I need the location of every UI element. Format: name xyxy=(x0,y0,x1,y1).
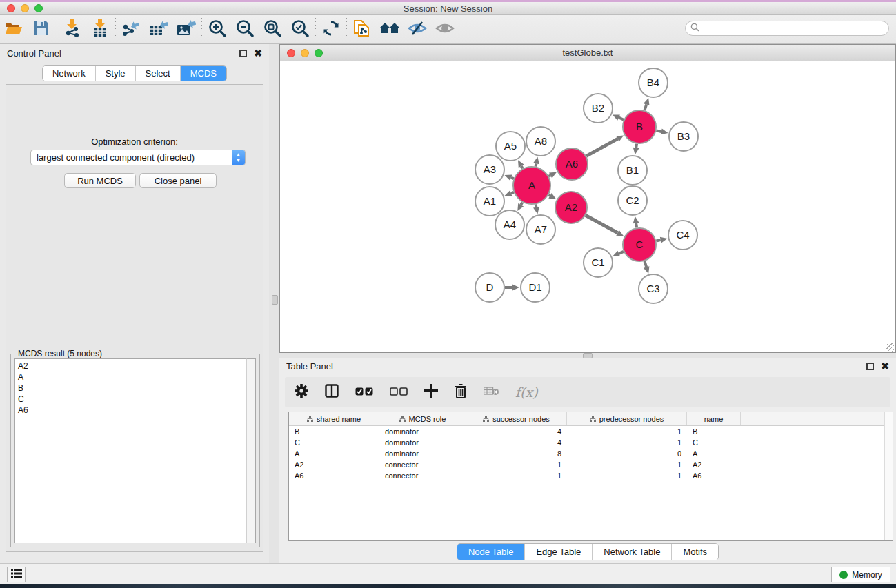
edge-A-A4[interactable] xyxy=(521,202,522,205)
table-row[interactable]: A2connector11A2 xyxy=(289,459,893,470)
search-field[interactable] xyxy=(685,21,889,36)
table-row[interactable]: Adominator80A xyxy=(289,448,893,459)
duplicate-network-button[interactable] xyxy=(348,17,376,42)
cell-successor-nodes: 8 xyxy=(466,449,567,458)
edge-C-C4[interactable] xyxy=(656,240,660,241)
toolbar-separator xyxy=(315,18,316,41)
close-panel-icon[interactable]: ✖ xyxy=(254,50,262,57)
table-scrollbar[interactable] xyxy=(884,412,893,540)
edge-C-C2[interactable] xyxy=(636,223,637,228)
float-panel-button[interactable] xyxy=(239,50,247,57)
window-resize-grip[interactable] xyxy=(886,343,895,352)
network-canvas[interactable]: AA1A2A3A4A5A6A7A8BB1B2B3B4CC1C2C3C4DD1 xyxy=(280,61,895,352)
tab-network[interactable]: Network xyxy=(43,66,96,81)
deselect-all-checks-button[interactable] xyxy=(390,386,408,398)
export-image-button[interactable] xyxy=(172,17,200,42)
edge-A-A5[interactable] xyxy=(521,166,523,168)
delete-table-button[interactable] xyxy=(484,386,499,398)
column-header-cell[interactable]: shared name xyxy=(289,412,379,425)
criterion-dropdown[interactable]: largest connected component (directed) ▲… xyxy=(30,150,246,165)
column-header-cell[interactable]: MCDS role xyxy=(379,412,466,425)
mcds-result-item[interactable]: A2 xyxy=(18,361,245,372)
node-label-B3: B3 xyxy=(677,130,690,142)
column-header-cell[interactable]: name xyxy=(687,412,741,425)
mcds-result-item[interactable]: A6 xyxy=(18,405,245,416)
task-history-button[interactable] xyxy=(7,567,26,582)
open-file-button[interactable] xyxy=(0,17,28,42)
column-header-cell[interactable]: successor nodes xyxy=(466,412,567,425)
add-column-button[interactable] xyxy=(424,384,438,401)
run-mcds-button[interactable]: Run MCDS xyxy=(64,173,136,188)
tab-style[interactable]: Style xyxy=(96,66,136,81)
edge-A6-B[interactable] xyxy=(586,139,617,156)
tab-select[interactable]: Select xyxy=(136,66,181,81)
edge-A-A1[interactable] xyxy=(511,192,514,193)
mcds-list-scrollbar[interactable] xyxy=(246,358,256,543)
cell-shared-name: A xyxy=(289,449,379,458)
import-network-icon xyxy=(64,19,81,40)
function-builder-button[interactable]: f(x) xyxy=(515,385,538,400)
close-table-panel-icon[interactable]: ✖ xyxy=(881,363,889,370)
node-label-A7: A7 xyxy=(535,223,547,235)
edge-A-A7[interactable] xyxy=(536,204,537,207)
mcds-result-item[interactable]: B xyxy=(18,383,245,394)
vertical-splitter-grip[interactable] xyxy=(272,295,278,305)
zoom-out-button[interactable] xyxy=(231,17,259,42)
export-table-button[interactable] xyxy=(145,17,172,42)
birds-eye-icon xyxy=(435,21,455,38)
tab-mcds[interactable]: MCDS xyxy=(181,66,226,81)
edge-A-A2[interactable] xyxy=(548,195,550,196)
home-button[interactable] xyxy=(376,17,404,42)
import-table-button[interactable] xyxy=(86,17,114,42)
table-row[interactable]: Bdominator41B xyxy=(289,426,893,437)
select-all-checks-button[interactable] xyxy=(355,386,373,398)
edge-C-C1[interactable] xyxy=(619,252,624,254)
node-table[interactable]: shared nameMCDS rolesuccessor nodesprede… xyxy=(288,412,893,541)
search-input[interactable] xyxy=(702,23,888,33)
export-network-button[interactable] xyxy=(117,17,145,42)
node-label-C3: C3 xyxy=(646,283,659,294)
edge-A-A3[interactable] xyxy=(511,178,514,179)
refresh-layout-button[interactable] xyxy=(317,17,345,42)
zoom-in-button[interactable] xyxy=(203,17,231,42)
table-row[interactable]: Cdominator41C xyxy=(289,437,893,448)
cell-predecessor-nodes: 1 xyxy=(567,460,687,469)
table-tab-motifs[interactable]: Motifs xyxy=(672,544,718,560)
edge-B-B2[interactable] xyxy=(619,118,624,120)
checked-boxes-icon xyxy=(355,386,373,398)
hide-details-button[interactable] xyxy=(404,17,431,42)
main-titlebar[interactable]: Session: New Session xyxy=(0,2,896,15)
cell-successor-nodes: 1 xyxy=(466,472,567,480)
criterion-value: largest connected component (directed) xyxy=(31,152,232,163)
edge-A-A6[interactable] xyxy=(549,175,550,176)
mcds-result-item[interactable]: C xyxy=(18,394,245,405)
delete-column-button[interactable] xyxy=(455,384,467,401)
mcds-result-item[interactable]: A xyxy=(18,372,245,383)
duplicate-network-icon xyxy=(353,19,371,41)
birds-eye-view-button[interactable] xyxy=(431,17,459,42)
table-tab-edge-table[interactable]: Edge Table xyxy=(525,544,593,560)
import-network-button[interactable] xyxy=(59,17,86,42)
close-panel-button[interactable]: Close panel xyxy=(139,173,217,188)
mcds-result-list[interactable]: A2ABCA6 xyxy=(14,358,248,543)
edge-A-A8[interactable] xyxy=(536,163,537,166)
zoom-selected-button[interactable] xyxy=(286,17,314,42)
memory-button[interactable]: Memory xyxy=(831,567,890,582)
open-folder-icon xyxy=(5,21,23,39)
zoom-fit-button[interactable] xyxy=(259,17,286,42)
network-window-titlebar[interactable]: testGlobe.txt xyxy=(280,45,895,61)
edge-B-B3[interactable] xyxy=(656,130,661,132)
table-tab-node-table[interactable]: Node Table xyxy=(457,544,526,560)
edge-A2-C[interactable] xyxy=(586,215,617,232)
float-table-panel-button[interactable] xyxy=(866,363,874,370)
column-chooser-button[interactable] xyxy=(325,384,339,401)
edge-B-B1[interactable] xyxy=(636,144,637,148)
column-header-cell[interactable]: predecessor nodes xyxy=(567,412,687,425)
settings-gear-button[interactable] xyxy=(295,384,308,401)
arrowhead-icon xyxy=(644,98,650,105)
save-session-button[interactable] xyxy=(28,17,55,42)
table-row[interactable]: A6connector11A6 xyxy=(289,470,893,481)
edge-C-C3[interactable] xyxy=(644,261,646,267)
edge-B-B4[interactable] xyxy=(644,104,646,110)
table-tab-network-table[interactable]: Network Table xyxy=(593,544,672,560)
